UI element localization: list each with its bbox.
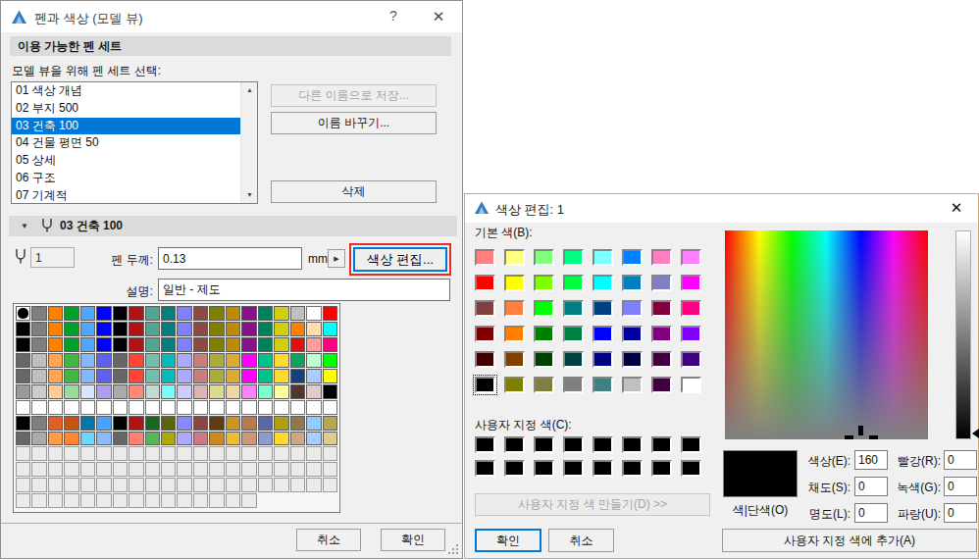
basic-color-swatch[interactable] <box>504 377 525 393</box>
field-input[interactable] <box>944 477 977 496</box>
pen-swatch[interactable] <box>161 322 176 336</box>
pen-swatch[interactable] <box>209 306 224 321</box>
basic-color-swatch[interactable] <box>651 275 672 291</box>
pen-swatch[interactable] <box>161 400 176 415</box>
pen-swatch[interactable] <box>64 416 78 431</box>
pen-swatch[interactable] <box>177 353 191 368</box>
pen-swatch[interactable] <box>177 369 191 383</box>
pen-swatch[interactable] <box>145 322 160 336</box>
pen-swatch[interactable] <box>16 353 30 368</box>
ok-button[interactable]: 확인 <box>381 529 445 551</box>
pen-swatch[interactable] <box>323 353 337 368</box>
pen-swatch[interactable] <box>241 369 256 383</box>
pen-swatch[interactable] <box>258 432 273 446</box>
pen-swatch[interactable] <box>80 384 95 399</box>
pen-swatch[interactable] <box>161 416 176 431</box>
pen-swatch-empty[interactable] <box>113 493 128 508</box>
pen-swatch-empty[interactable] <box>16 493 30 508</box>
pen-swatch[interactable] <box>193 416 208 431</box>
basic-color-swatch[interactable] <box>504 326 525 342</box>
pen-swatch[interactable] <box>241 384 256 399</box>
pen-swatch[interactable] <box>226 384 240 399</box>
pen-swatch-empty[interactable] <box>64 446 78 461</box>
pen-swatch-empty[interactable] <box>306 462 321 477</box>
pen-swatch[interactable] <box>323 400 337 415</box>
ok-button[interactable]: 확인 <box>475 529 541 552</box>
field-input[interactable] <box>854 450 888 470</box>
pen-swatch[interactable] <box>113 306 128 321</box>
pen-swatch[interactable] <box>113 416 128 431</box>
cancel-button[interactable]: 취소 <box>548 529 614 552</box>
pen-swatch[interactable] <box>48 400 63 415</box>
pen-swatch[interactable] <box>323 337 337 352</box>
basic-color-swatch[interactable] <box>563 351 584 368</box>
pen-swatch[interactable] <box>226 416 240 431</box>
custom-color-swatch[interactable] <box>504 436 525 453</box>
pen-swatch-empty[interactable] <box>274 446 288 461</box>
pen-swatch-empty[interactable] <box>31 446 46 461</box>
pen-swatch-empty[interactable] <box>290 446 305 461</box>
unit-menu-button[interactable]: ▶ <box>328 249 345 268</box>
pen-swatch-empty[interactable] <box>258 462 273 477</box>
pen-swatch-empty[interactable] <box>80 446 95 461</box>
edit-color-button[interactable]: 색상 편집... <box>353 247 447 272</box>
pen-swatch[interactable] <box>209 384 224 399</box>
pen-swatch-empty[interactable] <box>48 446 63 461</box>
pen-swatch[interactable] <box>274 416 288 431</box>
basic-color-swatch[interactable] <box>651 326 672 342</box>
pen-swatch-empty[interactable] <box>80 493 95 508</box>
basic-color-swatch[interactable] <box>593 377 613 393</box>
pen-swatch[interactable] <box>31 369 46 383</box>
pen-swatch-empty[interactable] <box>258 446 273 461</box>
pen-swatch[interactable] <box>113 353 128 368</box>
pen-swatch[interactable] <box>48 369 63 383</box>
close-icon[interactable]: ✕ <box>937 194 976 222</box>
custom-color-swatch[interactable] <box>651 436 672 453</box>
pen-swatch-empty[interactable] <box>64 462 78 477</box>
basic-color-swatch[interactable] <box>622 300 643 317</box>
pen-swatch[interactable] <box>209 369 224 383</box>
pen-swatch[interactable] <box>306 369 321 383</box>
basic-color-swatch[interactable] <box>563 326 584 342</box>
pen-swatch-empty[interactable] <box>177 446 191 461</box>
basic-color-swatch[interactable] <box>622 249 643 266</box>
pen-swatch-empty[interactable] <box>80 462 95 477</box>
pen-swatch[interactable] <box>48 384 63 399</box>
pen-swatch[interactable] <box>96 337 111 352</box>
pen-swatch[interactable] <box>64 384 78 399</box>
pen-swatch[interactable] <box>16 369 30 383</box>
pen-swatch[interactable] <box>48 322 63 336</box>
pen-swatch[interactable] <box>193 322 208 336</box>
basic-color-swatch[interactable] <box>534 326 554 342</box>
pen-swatch[interactable] <box>145 384 160 399</box>
pen-swatch[interactable] <box>193 369 208 383</box>
pen-swatch[interactable] <box>241 337 256 352</box>
pen-swatch[interactable] <box>145 353 160 368</box>
pen-swatch[interactable] <box>306 306 321 321</box>
pen-swatch[interactable] <box>64 353 78 368</box>
pen-set-item[interactable]: 02 부지 500 <box>12 100 240 118</box>
pen-swatch-empty[interactable] <box>323 462 337 477</box>
pen-swatch[interactable] <box>161 337 176 352</box>
pen-swatch-empty[interactable] <box>31 493 46 508</box>
pen-swatch[interactable] <box>258 337 273 352</box>
pen-swatch[interactable] <box>31 384 46 399</box>
description-input[interactable] <box>158 279 450 301</box>
pen-swatch[interactable] <box>323 384 337 399</box>
pen-swatch[interactable] <box>64 432 78 446</box>
field-input[interactable] <box>944 450 977 470</box>
pen-swatch[interactable] <box>16 416 30 431</box>
basic-color-swatch[interactable] <box>622 377 643 393</box>
custom-color-swatch[interactable] <box>593 460 613 477</box>
pen-swatch[interactable] <box>145 416 160 431</box>
pen-swatch-empty[interactable] <box>177 478 191 492</box>
define-custom-button[interactable]: 사용자 지정 색 만들기(D) >> <box>475 493 710 516</box>
pen-swatch-empty[interactable] <box>226 478 240 492</box>
pen-swatch[interactable] <box>31 337 46 352</box>
add-to-custom-button[interactable]: 사용자 지정 색에 추가(A) <box>722 529 977 552</box>
pen-swatch-empty[interactable] <box>145 462 160 477</box>
pen-swatch-empty[interactable] <box>241 478 256 492</box>
pen-swatch[interactable] <box>226 322 240 336</box>
pen-swatch[interactable] <box>64 369 78 383</box>
help-button[interactable]: ? <box>377 1 410 31</box>
